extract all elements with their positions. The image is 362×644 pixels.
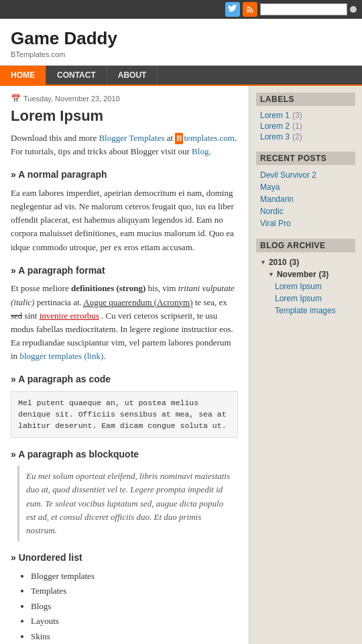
- section-blockquote: A paragraph as blockquote: [11, 447, 238, 462]
- blogger-b-logo: B: [175, 133, 183, 144]
- label-count: (1): [292, 121, 302, 131]
- section-unordered: Unordered list: [11, 551, 238, 566]
- recent-post-link[interactable]: Nordic: [260, 207, 284, 216]
- svg-point-0: [247, 11, 249, 13]
- sidebar-recent-posts: RECENT POSTS Devil Survivor 2 Maya Manda…: [256, 152, 355, 229]
- main-layout: 📅 Tuesday, November 23, 2010 Lorem Ipsum…: [0, 86, 362, 644]
- nav-contact[interactable]: CONTACT: [46, 66, 107, 85]
- triangle-down-icon: ▼: [260, 259, 266, 266]
- acronym-abbr: Augue quaerendum (Acronym): [83, 297, 192, 308]
- date-text: Tuesday, November 23, 2010: [23, 95, 120, 103]
- sidebar-labels: LABELS Lorem 1 (3) Lorem 2 (1) Lorem 3 (…: [256, 93, 355, 142]
- normal-paragraph-text: Ea eam labores imperdiet, apeirian democ…: [11, 186, 238, 254]
- search-submit-dot[interactable]: [350, 6, 357, 13]
- sidebar: LABELS Lorem 1 (3) Lorem 2 (1) Lorem 3 (…: [249, 86, 362, 644]
- blockquote-text: Eu mei solum oporteat eleifend, libris n…: [17, 466, 238, 541]
- recent-posts-title: RECENT POSTS: [256, 152, 355, 165]
- archive-post-link[interactable]: Template images: [275, 306, 336, 315]
- triangle-down-icon: ▼: [268, 271, 274, 278]
- archive-post-link[interactable]: Lorem Ipsum: [275, 294, 322, 303]
- blogger-templates-link[interactable]: Blogger Templates: [99, 133, 164, 143]
- header: Game Daddy BTemplates.com: [0, 19, 362, 66]
- recent-post-item: Devil Survivor 2: [256, 169, 355, 181]
- calendar-icon: 📅: [11, 94, 21, 103]
- twitter-icon[interactable]: [225, 2, 240, 17]
- archive-month[interactable]: ▼ November (3): [256, 268, 355, 280]
- label-item: Lorem 2 (1): [256, 121, 355, 131]
- recent-post-link[interactable]: Viral Pro: [260, 219, 291, 228]
- label-count: (2): [292, 132, 302, 142]
- list-item: Blogs: [31, 600, 238, 613]
- label-item: Lorem 3 (2): [256, 131, 355, 142]
- strikethrough-sed: sed: [11, 311, 22, 321]
- post-body: Download this and more Blogger Templates…: [11, 131, 238, 644]
- recent-post-item: Nordic: [256, 205, 355, 217]
- nav-home[interactable]: HOME: [0, 66, 46, 85]
- section-normal-para: A normal paragraph: [11, 168, 238, 182]
- recent-post-item: Maya: [256, 181, 355, 193]
- intro-paragraph: Download this and more Blogger Templates…: [11, 131, 238, 158]
- post-date: 📅 Tuesday, November 23, 2010: [11, 94, 238, 103]
- label-item: Lorem 1 (3): [256, 110, 355, 121]
- labels-title: LABELS: [256, 93, 355, 106]
- underline-abbr: Augue quaerendum (Acronym): [83, 297, 192, 308]
- list-item: Layouts: [31, 614, 238, 628]
- list-item: Blogger templates: [31, 570, 238, 583]
- label-link[interactable]: Lorem 2: [260, 121, 290, 131]
- templates-dot-link[interactable]: templates.com: [184, 133, 234, 143]
- list-item: Skins: [31, 630, 238, 643]
- site-title: Game Daddy: [11, 28, 351, 49]
- label-link[interactable]: Lorem 1: [260, 111, 290, 120]
- search-input[interactable]: [260, 3, 347, 15]
- code-block: Mel putent quaeque an, ut postea melius …: [11, 391, 238, 438]
- post-title: Lorem Ipsum: [11, 107, 238, 125]
- blogger-templates-link2[interactable]: blogger templates (link): [19, 351, 103, 361]
- invenire-text: invenire errorbus: [40, 311, 99, 321]
- archive-post-item: Lorem Ipsum: [256, 280, 355, 292]
- recent-post-link[interactable]: Devil Survivor 2: [260, 170, 316, 180]
- archive-post-link[interactable]: Lorem Ipsum: [275, 282, 322, 291]
- content-area: 📅 Tuesday, November 23, 2010 Lorem Ipsum…: [0, 86, 249, 644]
- label-link[interactable]: Lorem 3: [260, 132, 290, 142]
- section-code: A paragraph as code: [11, 372, 238, 387]
- label-count: (3): [292, 111, 302, 120]
- list-item: Templates: [31, 584, 238, 598]
- nav: HOME CONTACT ABOUT: [0, 66, 362, 86]
- blog-link[interactable]: Blog: [192, 146, 208, 156]
- recent-post-item: Viral Pro: [256, 217, 355, 229]
- recent-post-item: Mandarin: [256, 193, 355, 205]
- topbar: [0, 0, 362, 19]
- rss-icon[interactable]: [243, 2, 257, 17]
- nav-about[interactable]: ABOUT: [107, 66, 158, 85]
- archive-post-item: Lorem Ipsum: [256, 292, 355, 305]
- recent-post-link[interactable]: Mandarin: [260, 195, 294, 204]
- unordered-list: Blogger templates Templates Blogs Layout…: [31, 570, 238, 644]
- recent-post-link[interactable]: Maya: [260, 182, 280, 192]
- archive-post-item: Template images: [256, 305, 355, 317]
- strong-text: definitiones (strong): [71, 283, 145, 293]
- sidebar-archive: BLOG ARCHIVE ▼ 2010 (3) ▼ November (3) L…: [256, 239, 355, 317]
- archive-year[interactable]: ▼ 2010 (3): [256, 256, 355, 268]
- format-paragraph: Et posse meliore definitiones (strong) h…: [11, 282, 238, 363]
- site-subtitle: BTemplates.com: [11, 50, 351, 58]
- archive-title: BLOG ARCHIVE: [256, 239, 355, 252]
- section-format: A paragraph format: [11, 264, 238, 278]
